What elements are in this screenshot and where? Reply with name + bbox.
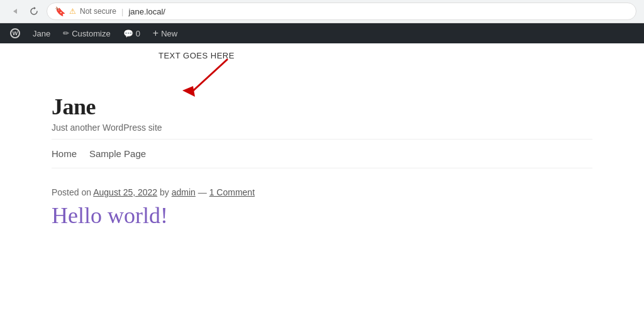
svg-marker-1 (34, 7, 36, 9)
admin-bar-new[interactable]: + New (148, 23, 182, 43)
site-content: TEXT GOES HERE Jane Just another WordPre… (39, 43, 605, 248)
site-tagline: Just another WordPress site (52, 123, 592, 133)
svg-line-2 (190, 59, 228, 94)
by-label: by (160, 187, 172, 197)
annotation-area: TEXT GOES HERE (52, 43, 592, 81)
posted-on-label: Posted on (52, 187, 91, 197)
site-header: Jane Just another WordPress site (52, 81, 592, 139)
site-title[interactable]: Jane (52, 94, 592, 120)
site-name-label: Jane (33, 29, 50, 38)
annotation-arrow (177, 56, 253, 100)
svg-marker-3 (182, 86, 195, 97)
admin-bar-customize[interactable]: ✏ Customize (58, 23, 115, 43)
post-title[interactable]: Hello world! (52, 202, 592, 229)
nav-sample-page[interactable]: Sample Page (89, 148, 158, 159)
wp-logo-icon: W (10, 28, 20, 38)
browser-chrome: 🔖 ⚠ Not secure | jane.local/ (0, 0, 644, 23)
admin-bar-comments[interactable]: 💬 0 (118, 23, 145, 43)
comments-count: 0 (136, 29, 140, 38)
url-text: jane.local/ (128, 7, 165, 16)
site-navigation: Home Sample Page (52, 139, 592, 168)
post-meta-separator: — (198, 187, 209, 197)
svg-marker-0 (13, 9, 17, 14)
wp-admin-bar: W Jane ✏ Customize 💬 0 + New (0, 23, 644, 43)
comments-icon: 💬 (123, 29, 133, 38)
main-content: Posted on August 25, 2022 by admin — 1 C… (52, 168, 592, 248)
bookmark-icon: 🔖 (55, 6, 65, 16)
customize-label: Customize (72, 29, 110, 38)
not-secure-label: Not secure (80, 7, 116, 16)
browser-titlebar: 🔖 ⚠ Not secure | jane.local/ (0, 0, 644, 23)
post-meta: Posted on August 25, 2022 by admin — 1 C… (52, 187, 592, 197)
back-button[interactable] (8, 4, 23, 19)
post-author-link[interactable]: admin (172, 187, 196, 197)
security-warning-icon: ⚠ (69, 7, 76, 16)
url-separator: | (121, 7, 123, 16)
post-comment-link[interactable]: 1 Comment (209, 187, 255, 197)
new-label: New (161, 29, 177, 38)
new-icon: + (153, 28, 158, 39)
admin-bar-wp-logo[interactable]: W (5, 23, 25, 43)
reload-button[interactable] (26, 4, 42, 19)
admin-bar-site-name[interactable]: Jane (28, 23, 55, 43)
post-date-link[interactable]: August 25, 2022 (93, 187, 157, 197)
address-bar[interactable]: 🔖 ⚠ Not secure | jane.local/ (47, 3, 636, 20)
nav-home[interactable]: Home (52, 148, 89, 159)
nav-buttons (8, 4, 42, 19)
customize-icon: ✏ (63, 29, 69, 38)
